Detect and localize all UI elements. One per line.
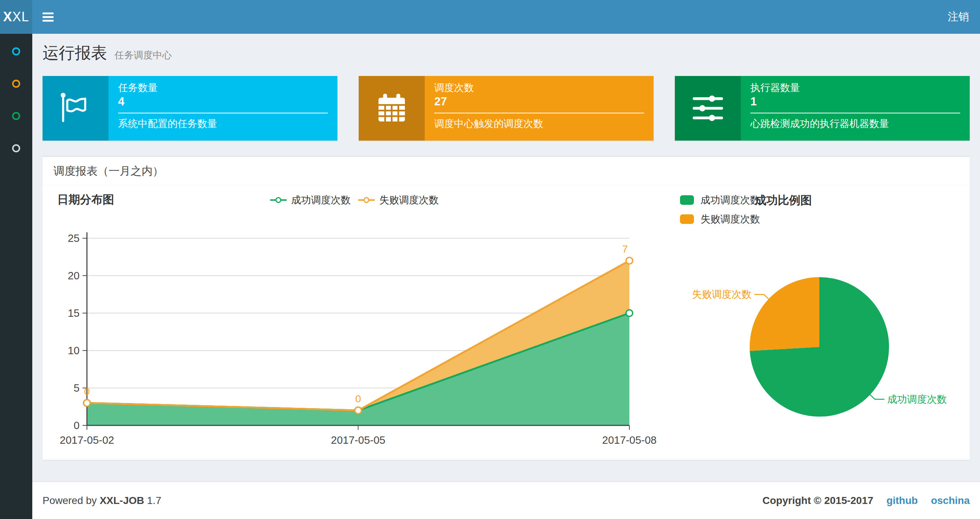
svg-text:0: 0 [84, 386, 90, 397]
pie-chart: 成功调度次数失败调度次数 [666, 202, 970, 457]
svg-text:7: 7 [622, 243, 628, 255]
line-marker-icon [270, 199, 287, 201]
svg-text:0: 0 [355, 393, 361, 404]
svg-text:2017-05-08: 2017-05-08 [602, 434, 657, 446]
logo-suffix: XL [12, 9, 29, 25]
svg-text:5: 5 [74, 382, 80, 394]
sidebar-item-dashboard[interactable] [0, 35, 32, 67]
svg-text:0: 0 [74, 420, 80, 431]
divider [434, 113, 644, 113]
page-title: 运行报表 [43, 44, 107, 62]
svg-text:25: 25 [68, 232, 80, 244]
product-name: XXL-JOB [100, 495, 144, 506]
svg-text:20: 20 [68, 270, 80, 281]
sidebar [0, 34, 32, 519]
product-version: 1.7 [147, 495, 161, 506]
stat-card-jobs: 任务数量 4 系统中配置的任务数量 [43, 76, 337, 141]
sidebar-item-jobs[interactable] [0, 67, 32, 100]
stat-card-executors: 执行器数量 1 心跳检测成功的执行器机器数量 [675, 76, 970, 141]
report-panel: 调度报表（一月之内） 日期分布图 成功调度次数 失败调度次数 [43, 156, 970, 460]
calendar-icon [359, 76, 425, 141]
stat-desc: 调度中心触发的调度次数 [434, 118, 644, 129]
stat-value: 27 [434, 95, 644, 108]
page-header: 运行报表 任务调度中心 [32, 34, 980, 65]
github-link[interactable]: github [886, 495, 918, 506]
sidebar-toggle-icon[interactable] [43, 11, 55, 24]
area-chart: 00705101520252017-05-022017-05-052017-05… [43, 202, 666, 457]
divider [750, 113, 960, 113]
line-marker-icon [358, 199, 375, 201]
footer: Powered by XXL-JOB 1.7 Copyright © 2015-… [32, 482, 980, 519]
panel-body: 日期分布图 成功调度次数 失败调度次数 成功调度次数 [43, 185, 970, 460]
oschina-link[interactable]: oschina [931, 495, 970, 506]
stat-label: 调度次数 [434, 82, 644, 94]
divider [118, 113, 328, 113]
app-logo[interactable]: XXL [0, 0, 32, 34]
circle-icon [12, 47, 20, 56]
stat-value: 1 [750, 95, 960, 108]
stat-card-triggers: 调度次数 27 调度中心触发的调度次数 [359, 76, 654, 141]
stat-card-body: 执行器数量 1 心跳检测成功的执行器机器数量 [741, 76, 970, 141]
flag-icon [43, 76, 108, 141]
footer-links: Copyright © 2015-2017 github oschina [762, 495, 970, 506]
main-content: 运行报表 任务调度中心 任务数量 4 系统中配置的任务数量 [32, 34, 980, 519]
panel-title: 调度报表（一月之内） [43, 157, 970, 185]
stat-cards-row: 任务数量 4 系统中配置的任务数量 [43, 76, 970, 141]
stat-label: 任务数量 [118, 82, 328, 94]
stat-desc: 心跳检测成功的执行器机器数量 [750, 118, 960, 129]
powered-by: Powered by XXL-JOB 1.7 [43, 495, 161, 506]
circle-icon [12, 144, 20, 152]
page-subtitle: 任务调度中心 [115, 50, 172, 61]
stat-desc: 系统中配置的任务数量 [118, 118, 328, 129]
circle-icon [12, 80, 20, 88]
circle-icon [12, 112, 20, 120]
stat-card-body: 任务数量 4 系统中配置的任务数量 [108, 76, 337, 141]
sliders-icon [675, 76, 741, 141]
copyright: Copyright © 2015-2017 [762, 495, 873, 506]
logout-link[interactable]: 注销 [948, 10, 969, 24]
svg-text:成功调度次数: 成功调度次数 [887, 394, 947, 405]
dashboard-page: XXL 注销 运行报表 任务调度中心 [0, 0, 980, 519]
stat-card-body: 调度次数 27 调度中心触发的调度次数 [425, 76, 654, 141]
svg-text:失败调度次数: 失败调度次数 [692, 289, 751, 300]
svg-text:2017-05-05: 2017-05-05 [331, 434, 385, 446]
stat-value: 4 [118, 95, 328, 108]
stat-label: 执行器数量 [750, 82, 960, 94]
svg-text:2017-05-02: 2017-05-02 [60, 434, 114, 446]
svg-text:15: 15 [68, 307, 80, 319]
sidebar-item-executors[interactable] [0, 132, 32, 164]
navbar-main: 注销 [32, 0, 980, 34]
svg-text:10: 10 [68, 345, 80, 356]
sidebar-item-logs[interactable] [0, 100, 32, 132]
top-navbar: XXL 注销 [0, 0, 980, 34]
